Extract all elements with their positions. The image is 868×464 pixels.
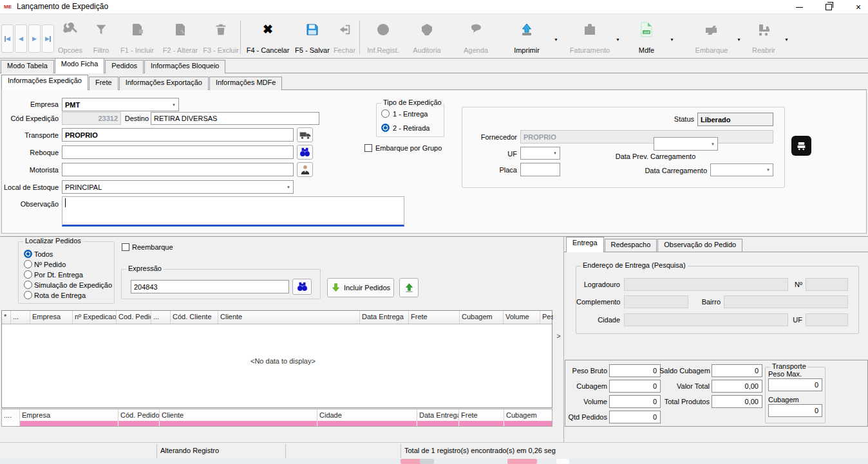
empresa-combo[interactable]: PMT ▼: [62, 98, 179, 111]
column-header-cubagem[interactable]: Cubagem: [504, 409, 552, 421]
uf-combo[interactable]: ▼: [520, 147, 560, 160]
agenda-label: Agenda: [464, 46, 488, 54]
tab-informacoes-mdfe[interactable]: Informações MDFe: [209, 77, 283, 90]
expressao-field[interactable]: 204843: [131, 280, 289, 293]
reboque-search-button[interactable]: [297, 145, 313, 160]
nav-first-button[interactable]: ◀: [1, 24, 14, 53]
incluir-pedidos-button[interactable]: Incluir Pedidos: [327, 278, 394, 297]
reabrir-button[interactable]: Reabrir: [746, 19, 782, 57]
column-header-cliente[interactable]: Cliente: [160, 409, 317, 421]
reembarque-checkbox[interactable]: [122, 243, 129, 251]
column-header-cliente[interactable]: Cliente: [218, 311, 360, 324]
reboque-field[interactable]: [62, 145, 294, 159]
mdfe-button[interactable]: xml Mdfe: [632, 19, 661, 57]
opcoes-button[interactable]: Opcoes: [54, 19, 86, 57]
motorista-field[interactable]: [62, 163, 294, 176]
column-header-data-entrega[interactable]: Data Entrega: [360, 311, 409, 324]
splitter-expand-icon[interactable]: >: [556, 332, 560, 408]
embarque-dropdown-icon[interactable]: ▼: [737, 37, 741, 42]
nav-prev-button[interactable]: ◀: [15, 24, 27, 53]
radio-por-dt-entrega[interactable]: [24, 270, 32, 279]
column-header-cod-pedido[interactable]: Cód. Pedido: [118, 409, 160, 421]
data-prev-carregamento-combo[interactable]: ▼: [654, 137, 718, 151]
selected-row-highlight[interactable]: [2, 421, 552, 426]
column-header-frete[interactable]: Frete: [409, 311, 460, 324]
radio-n-pedido[interactable]: [24, 260, 32, 268]
column-header-empresa[interactable]: Empresa: [20, 409, 118, 421]
mdfe-dropdown-icon[interactable]: ▼: [670, 37, 674, 42]
tab-observacao-pedido[interactable]: Observação do Pedido: [657, 239, 742, 252]
column-header-marker[interactable]: *: [2, 311, 11, 324]
column-header-dots[interactable]: ....: [2, 409, 20, 421]
auditoria-button[interactable]: Auditoria: [405, 19, 449, 57]
empresa-chevron-icon[interactable]: ▼: [172, 103, 176, 107]
expressao-search-button[interactable]: [292, 279, 312, 295]
tab-informacoes-expedicao[interactable]: Informações Expedição: [1, 75, 88, 90]
uf-chevron-icon[interactable]: ▼: [553, 151, 557, 155]
tab-modo-ficha[interactable]: Modo Ficha: [55, 58, 104, 73]
local-estoque-chevron-icon[interactable]: ▼: [287, 185, 290, 189]
agenda-button[interactable]: Agenda: [455, 19, 496, 57]
grid-splitter[interactable]: >: [554, 310, 563, 408]
inf-regist-button[interactable]: Inf.Regist.: [363, 19, 404, 57]
cancelar-button[interactable]: ✖ F4 - Cancelar: [244, 19, 292, 57]
statusbar-total: Total de 1 registro(s) encontrado(s) em …: [404, 447, 556, 454]
column-header-cidade[interactable]: Cidade: [317, 409, 417, 421]
column-header-data-entrega[interactable]: Data Entrega: [417, 409, 459, 421]
placa-field[interactable]: [520, 163, 560, 176]
filtro-button[interactable]: Filtro: [88, 19, 115, 57]
embarque-button[interactable]: Embarque: [690, 19, 733, 57]
truck-action-button[interactable]: [791, 136, 811, 156]
local-estoque-combo[interactable]: PRINCIPAL ▼: [62, 180, 294, 194]
column-header-empresa[interactable]: Empresa: [30, 311, 73, 324]
data-carregamento-chevron-icon[interactable]: ▼: [766, 168, 770, 172]
radio-simulacao[interactable]: [24, 281, 32, 289]
destino-field[interactable]: RETIRA DIVERSAS: [151, 112, 319, 125]
reabrir-dropdown-icon[interactable]: ▼: [784, 37, 789, 42]
radio-entrega[interactable]: [381, 109, 390, 118]
salvar-button[interactable]: F5 - Salvar: [294, 19, 331, 57]
column-header-frete[interactable]: Frete: [459, 409, 504, 421]
subir-pedidos-button[interactable]: [399, 278, 419, 297]
column-header-cubagem[interactable]: Cubagem: [460, 311, 504, 324]
minimize-button[interactable]: [789, 0, 809, 14]
faturamento-button[interactable]: Faturamento: [567, 19, 613, 57]
pedidos-selecionados-grid[interactable]: .... Empresa Cód. Pedido Cliente Cidade …: [1, 409, 552, 427]
column-header-expedicao[interactable]: nº Expedicao: [73, 311, 117, 324]
column-header-peso[interactable]: Peso: [540, 311, 553, 324]
fechar-button[interactable]: Fechar: [332, 19, 357, 57]
tab-entrega[interactable]: Entrega: [566, 237, 604, 252]
embarque-grupo-checkbox[interactable]: [364, 144, 372, 152]
radio-rota-entrega[interactable]: [24, 291, 32, 299]
column-header-cod-cliente[interactable]: Cód. Cliente: [171, 311, 218, 324]
imprimir-button[interactable]: Imprimir: [507, 19, 547, 57]
transporte-lookup-button[interactable]: [297, 127, 313, 142]
nav-last-button[interactable]: ▶: [42, 24, 54, 53]
radio-todos[interactable]: [24, 250, 32, 258]
tab-redespacho[interactable]: Redespacho: [605, 239, 657, 252]
tab-informacoes-exportacao[interactable]: Informações Exportação: [119, 77, 209, 90]
tab-frete[interactable]: Frete: [89, 77, 118, 90]
tab-modo-tabela[interactable]: Modo Tabela: [1, 60, 54, 73]
observacao-textarea[interactable]: [62, 196, 404, 227]
faturamento-dropdown-icon[interactable]: ▼: [616, 37, 620, 42]
column-header-dots2[interactable]: ...: [151, 311, 171, 324]
pedidos-grid[interactable]: * ... Empresa nº Expedicao Cod. Pedido .…: [1, 310, 552, 408]
close-button[interactable]: ×: [849, 0, 868, 14]
column-header-cod-pedido[interactable]: Cod. Pedido: [117, 311, 151, 324]
data-prev-chevron-icon[interactable]: ▼: [711, 142, 715, 146]
restore-button[interactable]: [819, 0, 838, 14]
imprimir-dropdown-icon[interactable]: ▼: [554, 37, 558, 42]
column-header-volume[interactable]: Volume: [504, 311, 540, 324]
excluir-button[interactable]: F3 - Excluir: [202, 19, 240, 57]
nav-next-button[interactable]: ▶: [28, 24, 41, 53]
data-carregamento-combo[interactable]: ▼: [710, 163, 773, 176]
alterar-button[interactable]: F2 - Alterar: [160, 19, 201, 57]
tab-informacoes-bloqueio[interactable]: Informações Bloqueio: [144, 60, 225, 73]
tab-pedidos[interactable]: Pedidos: [105, 60, 144, 73]
column-header-dots[interactable]: ...: [11, 311, 30, 324]
transporte-field[interactable]: PROPRIO: [62, 128, 294, 142]
motorista-lookup-button[interactable]: [297, 162, 313, 177]
radio-retirada[interactable]: [381, 124, 390, 132]
incluir-button[interactable]: F1 - Incluir: [116, 19, 158, 57]
